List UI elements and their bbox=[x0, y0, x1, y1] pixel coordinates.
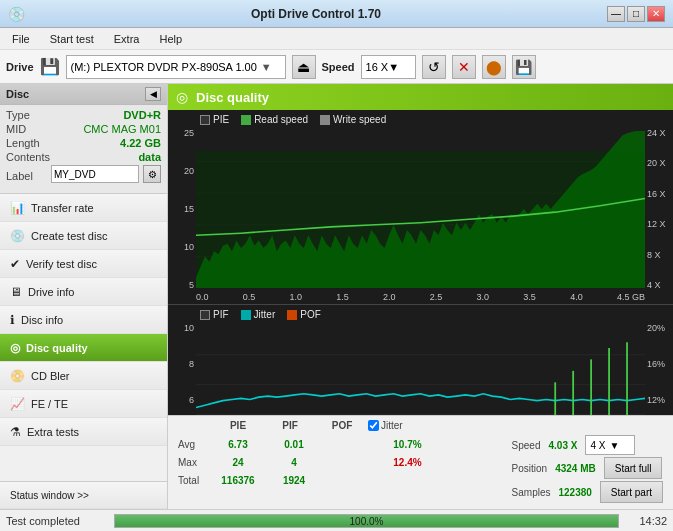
nav-disc-quality[interactable]: ◎ Disc quality bbox=[0, 334, 167, 362]
nav-extra-tests[interactable]: ⚗ Extra tests bbox=[0, 418, 167, 446]
nav-disc-quality-label: Disc quality bbox=[26, 342, 88, 354]
stats-total-pif-val: 1924 bbox=[283, 475, 305, 486]
close-button[interactable]: ✕ bbox=[647, 6, 665, 22]
status-time: 14:32 bbox=[627, 515, 667, 527]
titlebar: 💿 Opti Drive Control 1.70 — □ ✕ bbox=[0, 0, 673, 28]
nav-disc-info[interactable]: ℹ Disc info bbox=[0, 306, 167, 334]
disc-type-label: Type bbox=[6, 109, 30, 121]
stats-avg-jitter: 10.7% bbox=[380, 438, 435, 450]
jitter-checkbox[interactable] bbox=[368, 420, 379, 431]
start-part-button[interactable]: Start part bbox=[600, 481, 663, 503]
disc-header: Disc ◀ bbox=[0, 84, 167, 105]
stats-max-label: Max bbox=[178, 457, 208, 468]
col-header-pof: POF bbox=[316, 420, 368, 431]
stats-avg-row: Avg 6.73 0.01 10.7% bbox=[178, 435, 504, 453]
bottom-chart-y-left: 10 8 6 4 2 bbox=[168, 305, 196, 415]
eject-button[interactable]: ⏏ bbox=[292, 55, 316, 79]
stats-position-value: 4324 MB bbox=[555, 463, 596, 474]
nav-status-window[interactable]: Status window >> bbox=[0, 481, 167, 509]
minimize-button[interactable]: — bbox=[607, 6, 625, 22]
stats-right: Speed 4.03 X 4 X ▼ Position 4324 MB Star… bbox=[512, 435, 663, 503]
stats-avg-label: Avg bbox=[178, 439, 208, 450]
nav-items: 📊 Transfer rate 💿 Create test disc ✔ Ver… bbox=[0, 194, 167, 481]
stats-section: PIE PIF POF Jitter Avg 6.73 bbox=[168, 415, 673, 509]
col-header-jitter: Jitter bbox=[381, 420, 403, 431]
label-edit-button[interactable]: ⚙ bbox=[143, 165, 161, 183]
top-chart-svg bbox=[196, 130, 645, 288]
left-panel: Disc ◀ Type DVD+R MID CMC MAG M01 Length… bbox=[0, 84, 168, 509]
main-layout: Disc ◀ Type DVD+R MID CMC MAG M01 Length… bbox=[0, 84, 673, 509]
menu-file[interactable]: File bbox=[4, 31, 38, 47]
disc-contents-value: data bbox=[138, 151, 161, 163]
drive-label: Drive bbox=[6, 61, 34, 73]
menubar: File Start test Extra Help bbox=[0, 28, 673, 50]
maximize-button[interactable]: □ bbox=[627, 6, 645, 22]
stats-samples-label: Samples bbox=[512, 487, 551, 498]
drive-icon: 💾 bbox=[40, 57, 60, 76]
stats-max-jitter-val: 12.4% bbox=[393, 457, 421, 468]
jitter-checkbox-container: Jitter bbox=[368, 420, 403, 431]
start-full-button[interactable]: Start full bbox=[604, 457, 663, 479]
stats-max-jitter: 12.4% bbox=[380, 456, 435, 468]
disc-type-row: Type DVD+R bbox=[6, 109, 161, 121]
legend-pie-label: PIE bbox=[213, 114, 229, 125]
label-row: ⚙ bbox=[51, 165, 161, 183]
nav-transfer-rate[interactable]: 📊 Transfer rate bbox=[0, 194, 167, 222]
nav-fe-te-label: FE / TE bbox=[31, 398, 68, 410]
stats-speed-value: 4.03 X bbox=[549, 440, 578, 451]
bottom-chart-legend: PIF Jitter POF bbox=[200, 309, 321, 320]
nav-drive-info[interactable]: 🖥 Drive info bbox=[0, 278, 167, 306]
menu-help[interactable]: Help bbox=[151, 31, 190, 47]
copy-button[interactable]: ⬤ bbox=[482, 55, 506, 79]
nav-create-test-disc[interactable]: 💿 Create test disc bbox=[0, 222, 167, 250]
stats-total-label: Total bbox=[178, 475, 208, 486]
cd-bler-icon: 📀 bbox=[10, 369, 25, 383]
nav-verify-test-disc-label: Verify test disc bbox=[26, 258, 97, 270]
disc-mid-label: MID bbox=[6, 123, 26, 135]
chart-header: ◎ Disc quality bbox=[168, 84, 673, 110]
nav-fe-te[interactable]: 📈 FE / TE bbox=[0, 390, 167, 418]
stats-column-headers: PIE PIF POF Jitter bbox=[174, 420, 667, 433]
menu-start-test[interactable]: Start test bbox=[42, 31, 102, 47]
nav-cd-bler[interactable]: 📀 CD Bler bbox=[0, 362, 167, 390]
stats-speed-dropdown-val: 4 X bbox=[590, 440, 605, 451]
legend-pof-label: POF bbox=[300, 309, 321, 320]
stats-speed-dropdown[interactable]: 4 X ▼ bbox=[585, 435, 635, 455]
speed-value: 16 X bbox=[366, 61, 389, 73]
stats-avg-pif-val: 0.01 bbox=[284, 439, 303, 450]
menu-extra[interactable]: Extra bbox=[106, 31, 148, 47]
legend-write-speed: Write speed bbox=[320, 114, 386, 125]
stats-max-pie-val: 24 bbox=[232, 457, 243, 468]
disc-length-label: Length bbox=[6, 137, 40, 149]
legend-pif-label: PIF bbox=[213, 309, 229, 320]
disc-collapse-button[interactable]: ◀ bbox=[145, 87, 161, 101]
drive-selector[interactable]: (M:) PLEXTOR DVDR PX-890SA 1.00 ▼ bbox=[66, 55, 286, 79]
progress-text: 100.0% bbox=[115, 515, 618, 528]
refresh-button[interactable]: ↺ bbox=[422, 55, 446, 79]
legend-read-speed-label: Read speed bbox=[254, 114, 308, 125]
extra-tests-icon: ⚗ bbox=[10, 425, 21, 439]
stats-max-pif: 4 bbox=[268, 456, 320, 468]
nav-cd-bler-label: CD Bler bbox=[31, 370, 70, 382]
stats-total-pie-val: 116376 bbox=[221, 475, 254, 486]
erase-button[interactable]: ✕ bbox=[452, 55, 476, 79]
fe-te-icon: 📈 bbox=[10, 397, 25, 411]
top-chart-x-axis: 0.0 0.5 1.0 1.5 2.0 2.5 3.0 3.5 4.0 4.5 … bbox=[196, 292, 645, 302]
nav-transfer-rate-label: Transfer rate bbox=[31, 202, 94, 214]
stats-position-label: Position bbox=[512, 463, 548, 474]
bottom-chart-svg bbox=[196, 325, 645, 415]
disc-length-value: 4.22 GB bbox=[120, 137, 161, 149]
label-input[interactable] bbox=[51, 165, 139, 183]
speed-selector[interactable]: 16 X ▼ bbox=[361, 55, 416, 79]
nav-verify-test-disc[interactable]: ✔ Verify test disc bbox=[0, 250, 167, 278]
save-button[interactable]: 💾 bbox=[512, 55, 536, 79]
transfer-rate-icon: 📊 bbox=[10, 201, 25, 215]
disc-contents-row: Contents data bbox=[6, 151, 161, 163]
disc-quality-icon: ◎ bbox=[10, 341, 20, 355]
legend-jitter-label: Jitter bbox=[254, 309, 276, 320]
stats-samples-row: Samples 122380 Start part bbox=[512, 481, 663, 503]
stats-max-row: Max 24 4 12.4% bbox=[178, 453, 504, 471]
legend-read-speed: Read speed bbox=[241, 114, 308, 125]
stats-total-pie: 116376 bbox=[212, 474, 264, 486]
stats-total-row: Total 116376 1924 bbox=[178, 471, 504, 489]
